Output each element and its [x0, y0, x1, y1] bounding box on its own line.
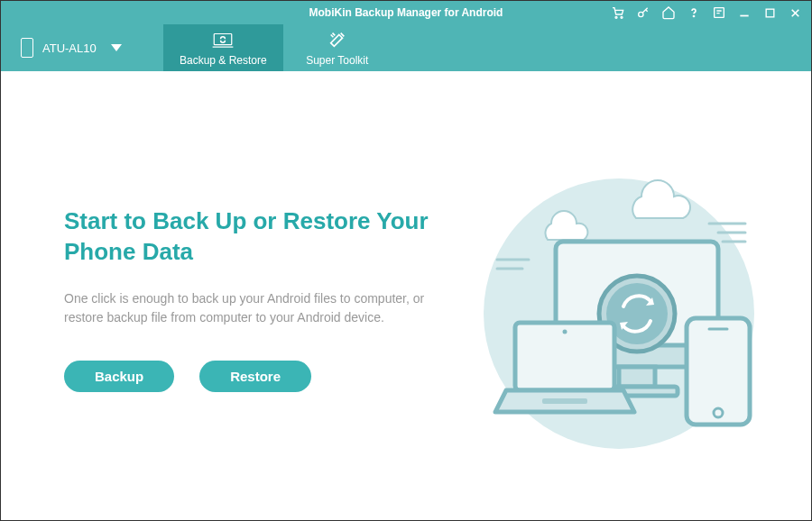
titlebar: MobiKin Backup Manager for Android: [1, 1, 811, 24]
svg-point-3: [693, 15, 694, 16]
svg-point-1: [621, 16, 623, 18]
svg-point-20: [563, 330, 567, 334]
tab-label: Backup & Restore: [180, 54, 267, 67]
menubar: ATU-AL10 Backup & Restore Super Toolkit: [1, 24, 811, 71]
feedback-icon[interactable]: [712, 5, 726, 20]
help-icon[interactable]: [687, 5, 701, 20]
svg-point-0: [615, 16, 617, 18]
close-icon[interactable]: [788, 5, 802, 20]
illustration-pane: [452, 125, 777, 484]
cart-icon[interactable]: [611, 5, 625, 20]
svg-point-2: [639, 12, 643, 16]
backup-restore-icon: [211, 30, 235, 52]
key-icon[interactable]: [636, 5, 651, 20]
tab-backup-restore[interactable]: Backup & Restore: [163, 24, 283, 71]
maximize-icon[interactable]: [762, 5, 777, 20]
home-icon[interactable]: [661, 5, 676, 20]
device-name-label: ATU-AL10: [42, 41, 97, 55]
app-title: MobiKin Backup Manager for Android: [309, 6, 503, 19]
page-subtext: One click is enough to back up your Andr…: [64, 289, 425, 328]
minimize-icon[interactable]: [737, 5, 752, 20]
chevron-down-icon: [111, 44, 122, 51]
titlebar-controls: [611, 1, 802, 24]
phone-icon: [21, 38, 33, 58]
backup-button[interactable]: Backup: [64, 361, 174, 392]
svg-rect-15: [619, 367, 655, 387]
device-selector[interactable]: ATU-AL10: [1, 24, 163, 71]
tab-super-toolkit[interactable]: Super Toolkit: [283, 24, 392, 71]
action-buttons: Backup Restore: [64, 361, 452, 392]
page-headline: Start to Back Up or Restore Your Phone D…: [64, 206, 452, 268]
svg-rect-21: [542, 398, 587, 404]
devices-illustration: [452, 142, 777, 467]
restore-button[interactable]: Restore: [199, 361, 311, 392]
left-pane: Start to Back Up or Restore Your Phone D…: [64, 125, 452, 484]
main-content: Start to Back Up or Restore Your Phone D…: [1, 71, 811, 520]
tab-label: Super Toolkit: [306, 54, 368, 67]
svg-rect-5: [766, 9, 774, 17]
toolkit-icon: [327, 30, 348, 52]
